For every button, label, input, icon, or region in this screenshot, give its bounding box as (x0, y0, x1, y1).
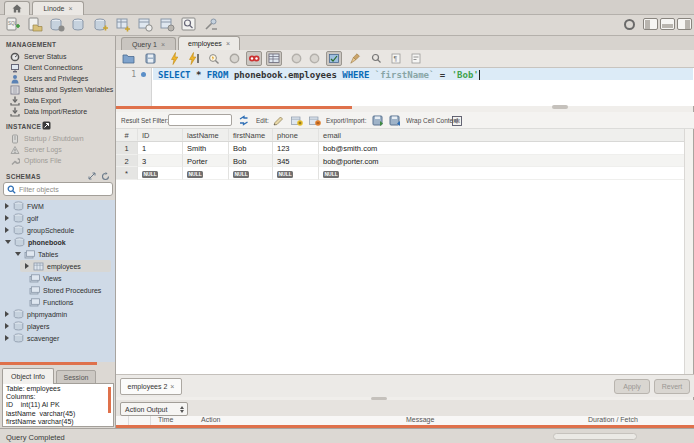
toggle-stop-on-error-icon[interactable] (246, 51, 262, 66)
tree-item-players[interactable]: players (0, 320, 115, 332)
table-row[interactable]: 2 3 Porter Bob 345 bob@porter.com (116, 155, 684, 168)
tab-employees[interactable]: employees× (178, 36, 240, 50)
column-header[interactable]: firstName (229, 129, 273, 141)
cell[interactable]: NULL (229, 167, 273, 180)
expand-arrow-icon[interactable] (5, 203, 9, 209)
cell[interactable]: 123 (273, 142, 319, 155)
sidebar-item-users-privileges[interactable]: Users and Privileges (0, 73, 116, 84)
tree-item-phpmyadmin[interactable]: phpmyadmin (0, 308, 115, 320)
insert-record-icon[interactable] (290, 115, 304, 126)
toggle-right-panel-button[interactable] (677, 18, 692, 30)
sql-code-editor[interactable]: 1 SELECT * FROM phonebook.employees WHER… (116, 68, 694, 106)
close-icon[interactable]: × (170, 383, 174, 390)
import-icon[interactable] (388, 115, 402, 126)
expand-arrow-icon[interactable] (5, 323, 9, 329)
limit-rows-icon[interactable] (266, 51, 282, 66)
execute-icon[interactable] (166, 51, 182, 66)
tab-employees-2[interactable]: employees 2× (120, 378, 182, 395)
cell[interactable]: NULL (138, 167, 183, 180)
cell[interactable]: 345 (273, 155, 319, 168)
tree-item-tables[interactable]: Tables (0, 248, 115, 260)
cell[interactable]: 3 (138, 155, 183, 168)
cell[interactable]: bob@porter.com (319, 155, 684, 168)
save-icon[interactable] (142, 51, 158, 66)
close-icon[interactable]: × (161, 41, 165, 48)
column-header[interactable]: phone (273, 129, 319, 141)
tree-item-fwm[interactable]: FWM (0, 200, 115, 212)
refresh-icon[interactable] (236, 115, 250, 126)
cell[interactable]: Bob (229, 142, 273, 155)
misc-tool-icon[interactable] (202, 17, 220, 33)
expand-arrow-icon[interactable] (5, 215, 9, 221)
export-icon[interactable] (371, 115, 385, 126)
toggle-left-panel-button[interactable] (643, 18, 658, 30)
execute-current-icon[interactable] (186, 51, 202, 66)
result-filter-input[interactable] (168, 114, 232, 126)
row-number[interactable]: * (116, 167, 138, 180)
tab-session[interactable]: Session (56, 370, 96, 384)
tab-object-info[interactable]: Object Info (2, 368, 54, 384)
tree-item-groupschedule[interactable]: groupSchedule (0, 224, 115, 236)
toggle-bottom-panel-button[interactable] (660, 18, 675, 30)
cell[interactable]: Smith (183, 142, 229, 155)
beautify-icon[interactable] (348, 51, 364, 66)
db-connect-icon[interactable] (70, 17, 88, 33)
explain-icon[interactable] (206, 51, 222, 66)
tab-query1[interactable]: Query 1× (121, 37, 176, 50)
expand-arrow-icon[interactable] (25, 263, 29, 269)
output-column-duration[interactable]: Duration / Fetch (588, 416, 638, 423)
find-icon[interactable] (368, 51, 384, 66)
cell[interactable]: 1 (138, 142, 183, 155)
action-output-select[interactable]: Action Output (120, 402, 188, 416)
sidebar-item-startup-shutdown[interactable]: Startup / Shutdown (0, 133, 116, 144)
column-header[interactable]: # (116, 129, 138, 141)
result-grid-scrollbar[interactable] (684, 129, 693, 374)
column-header[interactable]: email (319, 129, 684, 141)
new-query-tab-icon[interactable]: SQL (4, 17, 22, 33)
db-doc-icon[interactable] (48, 17, 66, 33)
wrap-cell-icon[interactable] (450, 115, 464, 126)
sidebar-item-server-status[interactable]: Server Status (0, 51, 116, 62)
apply-button[interactable]: Apply (614, 379, 650, 394)
output-column-time[interactable]: Time (158, 416, 173, 423)
connection-tab[interactable]: Linode × (32, 1, 84, 15)
horizontal-scrollbar[interactable] (553, 433, 637, 440)
collapse-arrow-icon[interactable] (15, 252, 21, 256)
tree-item-stored-procedures[interactable]: Stored Procedures (0, 284, 115, 296)
sidebar-item-status-system-variables[interactable]: Status and System Variables (0, 84, 116, 95)
tree-item-views[interactable]: Views (0, 272, 115, 284)
column-header[interactable]: ID (138, 129, 183, 141)
close-icon[interactable]: × (68, 5, 72, 12)
expand-arrow-icon[interactable] (5, 227, 9, 233)
cell[interactable]: bob@smith.com (319, 142, 684, 155)
new-routine-icon[interactable] (158, 17, 176, 33)
cell[interactable]: NULL (183, 167, 229, 180)
sidebar-item-client-connections[interactable]: Client Connections (0, 62, 116, 73)
sidebar-item-server-logs[interactable]: Server Logs (0, 144, 116, 155)
sidebar-item-data-export[interactable]: Data Export (0, 95, 116, 106)
column-header[interactable]: lastName (183, 129, 229, 141)
tree-item-employees[interactable]: employees (0, 260, 115, 272)
sidebar-splitter[interactable] (0, 362, 97, 365)
tree-item-functions[interactable]: Functions (0, 296, 115, 308)
home-tab[interactable] (4, 1, 30, 15)
sidebar-item-options-file[interactable]: Options File (0, 155, 116, 166)
new-schema-icon[interactable] (92, 17, 110, 33)
open-sql-script-icon[interactable] (26, 17, 44, 33)
expand-schemas-icon[interactable] (88, 172, 96, 180)
output-splitter[interactable] (116, 425, 694, 428)
cell[interactable]: NULL (319, 167, 684, 180)
row-number[interactable]: 2 (116, 155, 138, 168)
refresh-schemas-icon[interactable] (101, 172, 110, 181)
open-file-icon[interactable] (120, 51, 136, 66)
autocommit-icon[interactable] (326, 51, 342, 66)
cell[interactable]: Porter (183, 155, 229, 168)
object-info-scrollbar[interactable] (108, 387, 111, 413)
collapse-arrow-icon[interactable] (5, 240, 11, 244)
combo-spinner-icon[interactable] (180, 406, 184, 413)
table-row[interactable]: 1 1 Smith Bob 123 bob@smith.com (116, 142, 684, 155)
invisible-chars-icon[interactable]: ¶ (388, 51, 404, 66)
output-column-action[interactable]: Action (201, 416, 220, 423)
editor-splitter[interactable] (116, 106, 352, 109)
new-view-icon[interactable] (136, 17, 154, 33)
